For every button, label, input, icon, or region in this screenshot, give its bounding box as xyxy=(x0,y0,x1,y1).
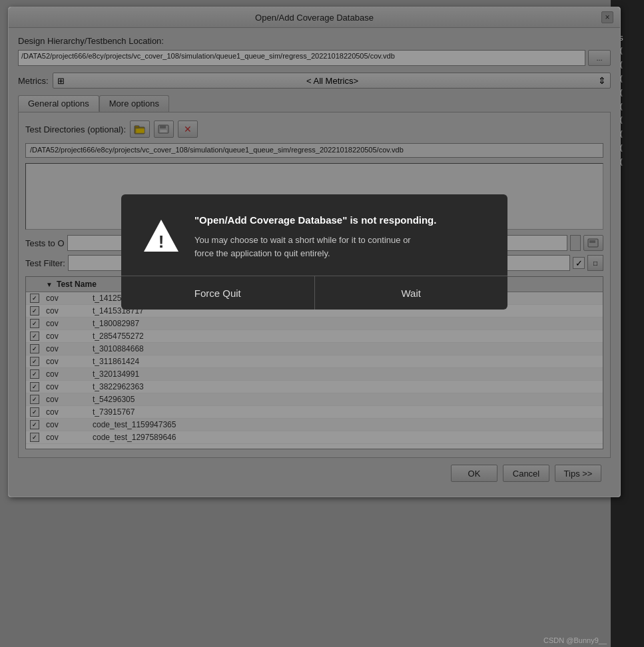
nr-buttons: Force Quit Wait xyxy=(121,276,507,310)
wait-button[interactable]: Wait xyxy=(315,276,508,310)
watermark: CSDN @Bunny9__ xyxy=(543,636,607,644)
nr-content: ! "Open/Add Coverage Database" is not re… xyxy=(141,214,487,260)
nr-body: You may choose to wait a short while for… xyxy=(194,234,487,260)
force-quit-button[interactable]: Force Quit xyxy=(121,276,315,310)
nr-text-block: "Open/Add Coverage Database" is not resp… xyxy=(194,214,487,260)
not-responding-dialog: ! "Open/Add Coverage Database" is not re… xyxy=(121,194,507,310)
svg-text:!: ! xyxy=(159,232,164,252)
not-responding-overlay: ! "Open/Add Coverage Database" is not re… xyxy=(9,7,620,497)
warning-icon: ! xyxy=(141,217,181,256)
main-dialog: Open/Add Coverage Database × Design Hier… xyxy=(8,7,621,497)
nr-title: "Open/Add Coverage Database" is not resp… xyxy=(194,214,487,226)
